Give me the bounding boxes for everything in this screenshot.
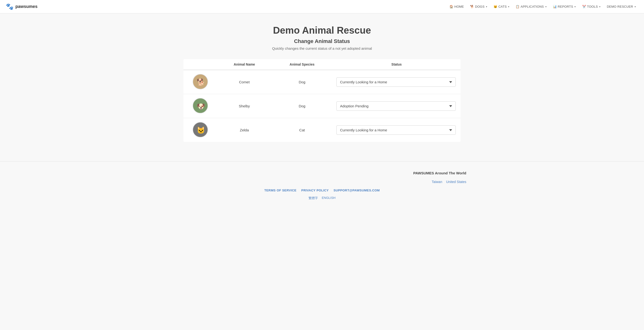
status-cell-comet: Currently Looking for a HomeAdoption Pen… xyxy=(332,70,460,94)
chevron-down-icon: ▾ xyxy=(599,5,600,8)
cats-icon: 🐱 xyxy=(494,5,497,8)
animal-species-shelby: Dog xyxy=(272,94,332,118)
nav-item-reports: 📊 REPORTS ▾ xyxy=(550,3,578,10)
animal-table: Animal Name Animal Species Status 🐕Comet… xyxy=(184,59,460,142)
brand-logo[interactable]: 🐾 pawsumes xyxy=(6,3,38,10)
footer-world-links: Taiwan United States xyxy=(178,180,466,184)
footer: PAWSUMES Around The World Taiwan United … xyxy=(0,161,644,207)
status-cell-shelby: Currently Looking for a HomeAdoption Pen… xyxy=(332,94,460,118)
table-body: 🐕CometDogCurrently Looking for a HomeAdo… xyxy=(184,70,460,142)
nav-item-dogs: 🐕 DOGS ▾ xyxy=(468,3,490,10)
nav-label-tools: TOOLS xyxy=(587,5,598,8)
nav-label-dogs: DOGS xyxy=(475,5,484,8)
nav-link-home[interactable]: 🏠 HOME xyxy=(447,3,466,10)
svg-text:🐱: 🐱 xyxy=(197,126,205,134)
nav-link-dogs[interactable]: 🐕 DOGS ▾ xyxy=(468,3,490,10)
page-subtitle: Change Animal Status xyxy=(184,38,460,44)
main-content: Demo Animal Rescue Change Animal Status … xyxy=(178,13,466,161)
nav-link-tools[interactable]: ✂️ TOOLS ▾ xyxy=(580,3,603,10)
col-header-animal-species: Animal Species xyxy=(272,59,332,70)
col-header-avatar xyxy=(184,59,217,70)
animal-name-zelda: Zelda xyxy=(217,118,272,142)
nav-label-reports: REPORTS xyxy=(558,5,573,8)
svg-text:🐶: 🐶 xyxy=(197,102,205,110)
nav-label-home: HOME xyxy=(454,5,464,8)
brand-name: pawsumes xyxy=(16,4,38,9)
table-row: 🐶ShelbyDogCurrently Looking for a HomeAd… xyxy=(184,94,460,118)
footer-link-us[interactable]: United States xyxy=(446,180,466,184)
footer-link-traditional-chinese[interactable]: 繁體字 xyxy=(308,196,318,200)
nav-link-reports[interactable]: 📊 REPORTS ▾ xyxy=(550,3,578,10)
avatar-shelby: 🐶 xyxy=(192,98,208,113)
footer-lang-links: 繁體字 ENGLISH xyxy=(6,196,638,200)
nav-item-tools: ✂️ TOOLS ▾ xyxy=(580,3,603,10)
nav-item-home: 🏠 HOME xyxy=(447,3,466,10)
dogs-icon: 🐕 xyxy=(470,5,474,8)
applications-icon: 📋 xyxy=(516,5,520,8)
avatar-comet: 🐕 xyxy=(192,74,208,89)
nav-label-cats: CATS xyxy=(498,5,507,8)
footer-policy-links: TERMS OF SERVICE PRIVACY POLICY SUPPORT@… xyxy=(6,188,638,192)
status-select-shelby[interactable]: Currently Looking for a HomeAdoption Pen… xyxy=(336,101,456,111)
nav-links: 🏠 HOME 🐕 DOGS ▾ 🐱 CATS ▾ 📋 APPLICATIONS … xyxy=(447,3,638,10)
chevron-down-icon: ▾ xyxy=(574,5,576,8)
home-icon: 🏠 xyxy=(450,5,453,8)
page-title: Demo Animal Rescue xyxy=(184,25,460,36)
status-select-zelda[interactable]: Currently Looking for a HomeAdoption Pen… xyxy=(336,125,456,135)
avatar-cell-shelby: 🐶 xyxy=(184,94,217,118)
animal-species-comet: Dog xyxy=(272,70,332,94)
footer-link-taiwan[interactable]: Taiwan xyxy=(432,180,442,184)
nav-link-demo-rescuer[interactable]: DEMO RESCUER ▾ xyxy=(604,3,638,10)
nav-label-applications: APPLICATIONS xyxy=(521,5,544,8)
footer-link-english[interactable]: ENGLISH xyxy=(322,196,336,200)
status-cell-zelda: Currently Looking for a HomeAdoption Pen… xyxy=(332,118,460,142)
nav-label-demo-rescuer: DEMO RESCUER xyxy=(607,5,633,8)
svg-text:🐕: 🐕 xyxy=(197,78,205,86)
col-header-animal-name: Animal Name xyxy=(217,59,272,70)
animal-name-shelby: Shelby xyxy=(217,94,272,118)
chevron-down-icon: ▾ xyxy=(508,5,509,8)
chevron-down-icon: ▾ xyxy=(486,5,487,8)
nav-item-applications: 📋 APPLICATIONS ▾ xyxy=(513,3,549,10)
animal-name-comet: Comet xyxy=(217,70,272,94)
tools-icon: ✂️ xyxy=(582,5,586,8)
footer-link-support[interactable]: SUPPORT@PAWSUMES.COM xyxy=(334,188,380,192)
footer-link-tos[interactable]: TERMS OF SERVICE xyxy=(264,188,296,192)
nav-item-cats: 🐱 CATS ▾ xyxy=(491,3,512,10)
animal-species-zelda: Cat xyxy=(272,118,332,142)
paw-icon: 🐾 xyxy=(6,3,14,10)
avatar-cell-comet: 🐕 xyxy=(184,70,217,94)
table-row: 🐕CometDogCurrently Looking for a HomeAdo… xyxy=(184,70,460,94)
nav-item-demo-rescuer: DEMO RESCUER ▾ xyxy=(604,3,638,10)
avatar-cell-zelda: 🐱 xyxy=(184,118,217,142)
footer-world-title: PAWSUMES Around The World xyxy=(178,171,466,175)
table-row: 🐱ZeldaCatCurrently Looking for a HomeAdo… xyxy=(184,118,460,142)
footer-link-privacy[interactable]: PRIVACY POLICY xyxy=(301,188,329,192)
chevron-down-icon: ▾ xyxy=(634,5,636,8)
avatar-zelda: 🐱 xyxy=(192,122,208,137)
status-select-comet[interactable]: Currently Looking for a HomeAdoption Pen… xyxy=(336,77,456,87)
page-description: Quickly changes the current status of a … xyxy=(184,46,460,50)
navbar: 🐾 pawsumes 🏠 HOME 🐕 DOGS ▾ 🐱 CATS ▾ xyxy=(0,0,644,13)
nav-link-applications[interactable]: 📋 APPLICATIONS ▾ xyxy=(513,3,549,10)
reports-icon: 📊 xyxy=(553,5,557,8)
nav-link-cats[interactable]: 🐱 CATS ▾ xyxy=(491,3,512,10)
col-header-status: Status xyxy=(332,59,460,70)
chevron-down-icon: ▾ xyxy=(546,5,546,8)
table-header: Animal Name Animal Species Status xyxy=(184,59,460,70)
